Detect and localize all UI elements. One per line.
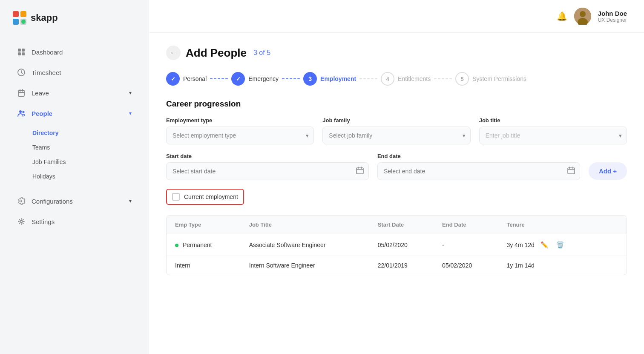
section-title: Career progression <box>166 99 627 109</box>
row-2-job-title: Intern Software Engineer <box>241 256 369 275</box>
end-date-input[interactable] <box>377 162 580 180</box>
step-entitlements[interactable]: 4 Entitlements <box>381 72 431 86</box>
leave-icon <box>17 89 26 97</box>
row-1-start-date: 05/02/2020 <box>369 234 434 256</box>
employment-type-select-wrapper: Select employment type Permanent Intern … <box>166 127 314 144</box>
people-icon <box>17 109 26 118</box>
step-divider-4 <box>434 78 452 79</box>
sidebar-item-configurations[interactable]: Configurations ▾ <box>5 192 144 210</box>
sidebar-item-timesheet[interactable]: Timesheet <box>5 63 144 82</box>
career-progression-table: Emp Type Job Title Start Date End Date T… <box>167 216 627 275</box>
sidebar-item-directory[interactable]: Directory <box>26 126 149 140</box>
step-employment[interactable]: 3 Employment <box>303 72 356 86</box>
col-job-title: Job Title <box>241 216 369 234</box>
sidebar-item-dashboard-label: Dashboard <box>32 49 63 56</box>
user-name: John Doe <box>598 10 627 17</box>
sidebar-item-dashboard[interactable]: Dashboard <box>5 43 144 61</box>
start-date-wrapper <box>166 162 369 180</box>
logo[interactable]: skapp <box>0 10 149 43</box>
row-2-extra <box>603 256 627 275</box>
svg-point-12 <box>19 110 22 113</box>
timesheet-icon <box>17 68 26 77</box>
logo-icon <box>12 10 27 26</box>
table-row: Permanent Associate Software Engineer 05… <box>167 234 627 256</box>
page-title: Add People <box>186 46 247 60</box>
row-2-emp-type: Intern <box>167 256 241 275</box>
add-button-wrapper: Add + <box>589 162 627 180</box>
end-date-label: End date <box>377 153 580 159</box>
employment-type-group: Employment type Select employment type P… <box>166 117 314 144</box>
start-date-input[interactable] <box>166 162 369 180</box>
step-personal-label: Personal <box>183 75 207 82</box>
col-tenure: Tenure <box>498 216 603 234</box>
sidebar-item-timesheet-label: Timesheet <box>32 69 61 76</box>
row-1-extra <box>603 234 627 256</box>
col-actions <box>603 216 627 234</box>
step-divider-3 <box>359 78 377 79</box>
notification-bell-icon[interactable]: 🔔 <box>557 11 567 21</box>
svg-rect-8 <box>22 52 25 55</box>
col-start-date: Start Date <box>369 216 434 234</box>
svg-point-13 <box>23 111 25 113</box>
sidebar-navigation: Dashboard Timesheet Leave ▾ People ▾ <box>0 43 149 231</box>
step-personal[interactable]: ✓ Personal <box>166 72 207 86</box>
row-1-emp-type: Permanent <box>167 234 241 256</box>
stepper: ✓ Personal ✓ Emergency 3 Employment <box>166 72 627 86</box>
back-button[interactable]: ← <box>166 46 181 60</box>
sidebar: skapp Dashboard Timesheet Leave ▾ <box>0 0 149 354</box>
job-family-label: Job family <box>322 117 470 124</box>
employment-type-label: Employment type <box>166 117 314 124</box>
avatar <box>574 8 591 25</box>
svg-rect-1 <box>20 11 26 17</box>
job-title-label: Job title <box>479 117 627 124</box>
sidebar-item-configurations-label: Configurations <box>32 198 73 205</box>
row-2-start-date: 22/01/2019 <box>369 256 434 275</box>
step-entitlements-circle: 4 <box>381 72 394 86</box>
sidebar-item-job-families[interactable]: Job Families <box>26 155 149 169</box>
logo-text: skapp <box>31 12 58 23</box>
sidebar-item-teams[interactable]: Teams <box>26 141 149 154</box>
svg-point-14 <box>20 221 23 223</box>
col-end-date: End Date <box>434 216 498 234</box>
config-icon <box>17 197 26 205</box>
svg-rect-2 <box>13 19 19 25</box>
add-button[interactable]: Add + <box>589 162 627 180</box>
step-employment-circle: 3 <box>303 72 317 86</box>
start-date-group: Start date <box>166 153 369 180</box>
job-family-group: Job family Select job family Engineering… <box>322 117 470 144</box>
content-area: ← Add People 3 of 5 ✓ Personal ✓ Emergen… <box>149 33 644 354</box>
step-divider-2 <box>282 78 300 79</box>
current-employment-checkbox[interactable] <box>172 193 180 201</box>
row-1-job-title: Associate Software Engineer <box>241 234 369 256</box>
sidebar-item-settings[interactable]: Settings <box>5 212 144 231</box>
step-system-permissions-label: System Permissions <box>472 75 526 82</box>
current-employment-label: Current employment <box>184 193 238 200</box>
employment-type-select[interactable]: Select employment type Permanent Intern … <box>166 127 314 144</box>
table-header-row: Emp Type Job Title Start Date End Date T… <box>167 216 627 234</box>
sidebar-item-leave[interactable]: Leave ▾ <box>5 83 144 102</box>
config-arrow-icon: ▾ <box>129 198 132 204</box>
step-personal-circle: ✓ <box>166 72 180 86</box>
svg-rect-6 <box>22 49 25 52</box>
step-employment-label: Employment <box>320 75 356 82</box>
step-system-permissions-circle: 5 <box>455 72 469 86</box>
svg-point-4 <box>21 20 26 24</box>
job-family-select[interactable]: Select job family Engineering Design Mar… <box>322 127 470 144</box>
step-system-permissions[interactable]: 5 System Permissions <box>455 72 526 86</box>
row-2-tenure: 1y 1m 14d <box>498 256 603 275</box>
edit-button-row-1[interactable]: ✏️ <box>539 240 550 250</box>
job-title-select-wrapper: Enter job title ▾ <box>479 127 627 144</box>
current-employment-checkbox-row[interactable]: Current employment <box>166 189 244 205</box>
svg-rect-5 <box>18 49 21 52</box>
step-emergency[interactable]: ✓ Emergency <box>231 72 279 86</box>
form-row-1: Employment type Select employment type P… <box>166 117 627 144</box>
career-table: Emp Type Job Title Start Date End Date T… <box>166 215 627 275</box>
sidebar-item-settings-label: Settings <box>32 218 55 225</box>
sidebar-item-holidays[interactable]: Holidays <box>26 170 149 183</box>
table-row: Intern Intern Software Engineer 22/01/20… <box>167 256 627 275</box>
delete-button-row-1[interactable]: 🗑️ <box>555 240 566 250</box>
job-title-select[interactable]: Enter job title <box>479 127 627 144</box>
settings-icon <box>17 217 26 226</box>
sidebar-item-people[interactable]: People ▾ <box>5 104 144 123</box>
dashboard-icon <box>17 48 26 56</box>
